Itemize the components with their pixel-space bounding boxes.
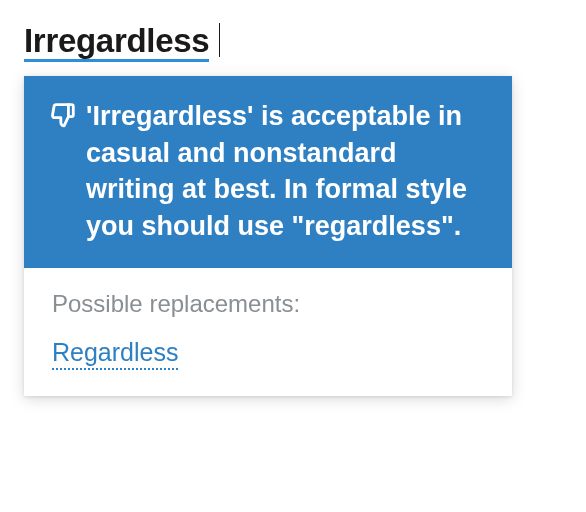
card-body: Possible replacements: Regardless <box>24 268 512 396</box>
suggestion-card: 'Irregardless' is acceptable in casual a… <box>24 76 512 396</box>
replacement-option[interactable]: Regardless <box>52 338 178 370</box>
card-header: 'Irregardless' is acceptable in casual a… <box>24 76 512 268</box>
explanation-text: 'Irregardless' is acceptable in casual a… <box>86 98 484 244</box>
flagged-word[interactable]: Irregardless <box>24 23 209 62</box>
text-cursor <box>219 23 220 57</box>
editor-line[interactable]: Irregardless <box>24 18 562 62</box>
replacements-label: Possible replacements: <box>52 290 484 318</box>
thumbs-down-icon <box>50 102 76 128</box>
